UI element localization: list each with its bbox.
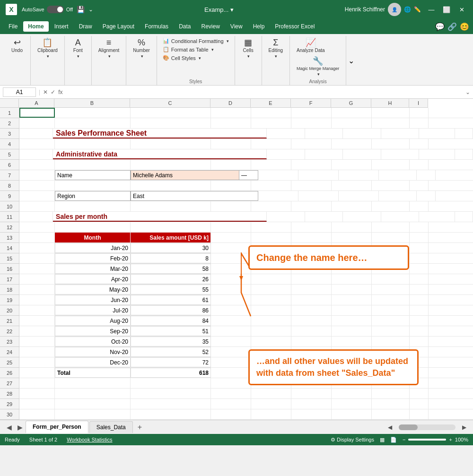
cell-c27[interactable] <box>131 378 211 388</box>
cell-aug-value[interactable]: 84 <box>131 316 211 326</box>
cell-b28[interactable] <box>55 389 131 398</box>
undo-button[interactable]: ↩ Undo <box>8 37 26 54</box>
cell-g21[interactable] <box>332 316 372 326</box>
cell-i16[interactable] <box>410 264 429 274</box>
cell-b10[interactable] <box>55 201 131 211</box>
font-button[interactable]: A Font ▾ <box>69 37 88 60</box>
cell-e8[interactable] <box>251 181 291 190</box>
tab-prev-button[interactable]: ◀ <box>4 422 15 433</box>
fx-icon[interactable]: fx <box>58 89 62 95</box>
cell-b1[interactable] <box>55 108 131 118</box>
row-header-27[interactable]: 27 <box>0 378 19 389</box>
save-icon[interactable]: 💾 <box>77 6 85 13</box>
cell-h28[interactable] <box>372 389 410 398</box>
cell-a20[interactable] <box>19 305 55 315</box>
row-header-28[interactable]: 28 <box>0 389 19 399</box>
cell-h17[interactable] <box>372 274 410 284</box>
row-header-14[interactable]: 14 <box>0 243 19 253</box>
cell-d3[interactable] <box>267 129 305 138</box>
cell-a25[interactable] <box>19 357 55 367</box>
cell-h2[interactable] <box>372 118 410 128</box>
cell-h22[interactable] <box>372 326 410 336</box>
cell-b29[interactable] <box>55 399 131 409</box>
cell-a10[interactable] <box>19 201 55 211</box>
menu-file[interactable]: File <box>4 21 22 32</box>
cell-c4[interactable] <box>131 139 211 149</box>
menu-help[interactable]: Help <box>248 21 270 32</box>
cell-region-value[interactable]: East <box>131 191 258 201</box>
cell-d4[interactable] <box>211 139 251 149</box>
cell-h4[interactable] <box>372 139 410 149</box>
cell-d23[interactable] <box>211 337 251 346</box>
cell-dec-value[interactable]: 72 <box>131 357 211 367</box>
cell-a4[interactable] <box>19 139 55 149</box>
cell-h5[interactable] <box>419 149 455 159</box>
cell-f7[interactable] <box>298 170 339 180</box>
cell-a16[interactable] <box>19 264 55 274</box>
cell-i17[interactable] <box>410 274 429 284</box>
cell-d14[interactable] <box>211 243 251 253</box>
number-button[interactable]: % Number ▾ <box>130 37 153 60</box>
cell-a1[interactable] <box>19 108 55 118</box>
cell-i8[interactable] <box>410 181 429 190</box>
col-header-a[interactable]: A <box>19 99 54 107</box>
cell-g12[interactable] <box>332 222 372 232</box>
cell-c28[interactable] <box>131 389 211 398</box>
cell-apr-value[interactable]: 26 <box>131 274 211 284</box>
cell-h11[interactable] <box>419 212 455 222</box>
cell-jun-value[interactable]: 61 <box>131 295 211 305</box>
row-header-20[interactable]: 20 <box>0 305 19 316</box>
comment-icon[interactable]: 💬 <box>435 22 445 31</box>
cell-b30[interactable] <box>55 409 131 419</box>
row-header-6[interactable]: 6 <box>0 160 19 170</box>
cell-g10[interactable] <box>332 201 372 211</box>
zoom-out-button[interactable]: − <box>403 437 405 442</box>
autosave-area[interactable]: AutoSave Off <box>22 6 73 13</box>
cell-e22[interactable] <box>251 326 291 336</box>
cell-i9[interactable] <box>417 191 436 201</box>
col-header-f[interactable]: F <box>291 99 331 107</box>
cell-d17[interactable] <box>211 274 251 284</box>
row-header-19[interactable]: 19 <box>0 295 19 305</box>
cell-g11[interactable] <box>381 212 419 222</box>
cell-name-value[interactable]: Michelle Adams <box>131 170 239 180</box>
cell-b2[interactable] <box>55 118 131 128</box>
cell-f30[interactable] <box>291 409 332 419</box>
minimize-button[interactable]: — <box>425 3 438 16</box>
cell-oct-label[interactable]: Oct-20 <box>55 337 131 346</box>
cell-feb-value[interactable]: 8 <box>131 253 211 263</box>
cell-i10[interactable] <box>410 201 429 211</box>
cell-f13[interactable] <box>291 233 332 242</box>
cell-may-value[interactable]: 55 <box>131 285 211 294</box>
cell-g28[interactable] <box>332 389 372 398</box>
col-header-g[interactable]: G <box>331 99 371 107</box>
cell-g30[interactable] <box>332 409 372 419</box>
cell-a19[interactable] <box>19 295 55 305</box>
cell-i15[interactable] <box>410 253 429 263</box>
cell-i28[interactable] <box>410 389 429 398</box>
cell-i19[interactable] <box>410 295 429 305</box>
cell-a8[interactable] <box>19 181 55 190</box>
row-header-21[interactable]: 21 <box>0 316 19 326</box>
menu-draw[interactable]: Draw <box>74 21 97 32</box>
row-header-18[interactable]: 18 <box>0 285 19 295</box>
cell-d21[interactable] <box>211 316 251 326</box>
cell-g23[interactable] <box>332 337 372 346</box>
cell-f29[interactable] <box>291 399 332 409</box>
cell-i20[interactable] <box>410 305 429 315</box>
cell-total-label[interactable]: Total <box>55 368 131 378</box>
row-header-16[interactable]: 16 <box>0 264 19 274</box>
menu-home[interactable]: Home <box>23 21 48 32</box>
cell-h7[interactable] <box>379 170 417 180</box>
cell-e7[interactable] <box>258 170 298 180</box>
cell-dec-label[interactable]: Dec-20 <box>55 357 131 367</box>
cell-h1[interactable] <box>372 108 410 118</box>
cell-e29[interactable] <box>251 399 291 409</box>
cell-f10[interactable] <box>291 201 332 211</box>
conditional-formatting-button[interactable]: 📊 Conditional Formatting ▾ <box>161 37 231 45</box>
scroll-left-button[interactable]: ◀ <box>385 423 395 432</box>
cell-i7[interactable] <box>417 170 436 180</box>
cell-styles-button[interactable]: 🎨 Cell Styles ▾ <box>161 54 231 62</box>
cell-h12[interactable] <box>372 222 410 232</box>
cell-a11[interactable] <box>19 212 53 222</box>
